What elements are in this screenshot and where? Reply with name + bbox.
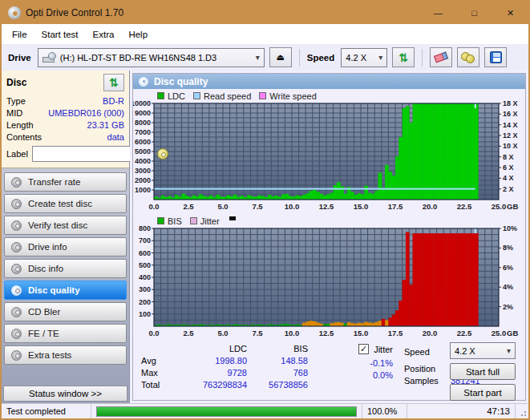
toolbar-separator <box>422 49 423 67</box>
svg-text:12.5: 12.5 <box>319 329 334 337</box>
sidebar-item-create-test-disc[interactable]: Create test disc <box>4 194 127 213</box>
svg-text:500: 500 <box>139 261 151 269</box>
total-row-label: Total <box>141 380 173 390</box>
disc-length-label: Length <box>6 120 34 130</box>
svg-text:700: 700 <box>139 236 151 244</box>
disc-utilities-button[interactable] <box>457 47 479 67</box>
start-part-button[interactable]: Start part <box>450 384 516 401</box>
drive-select[interactable]: (H:) HL-DT-ST BD-RE WH16NS48 1.D3 ▾ <box>38 48 265 67</box>
sidebar-item-verify-test-disc[interactable]: Verify test disc <box>4 216 127 235</box>
disc-length-value: 23.31 GB <box>87 120 124 130</box>
sidebar-item-label: Disc info <box>28 264 63 273</box>
sidebar-item-disc-info[interactable]: Disc info <box>4 259 127 278</box>
status-window-button[interactable]: Status window >> <box>3 386 127 402</box>
svg-text:6 X: 6 X <box>503 164 514 172</box>
erase-disc-button[interactable] <box>430 47 452 67</box>
bis-total-value: 56738856 <box>247 380 308 390</box>
refresh-icon: ⇅ <box>399 52 408 63</box>
toolbar-separator <box>299 49 300 67</box>
maximize-button[interactable]: □ <box>456 2 492 24</box>
menu-start-test[interactable]: Start test <box>34 27 86 42</box>
position-marker-icon <box>229 216 236 220</box>
menu-extra[interactable]: Extra <box>86 27 122 42</box>
progress-percent: 100.0% <box>362 404 407 418</box>
svg-text:18 X: 18 X <box>503 101 518 107</box>
resize-grip[interactable] <box>516 404 528 418</box>
scan-controls: 4.2 X ▾ Start full Start part <box>450 342 516 401</box>
sidebar-item-cd-bler[interactable]: CD Bler <box>4 302 127 321</box>
disc-icon <box>11 350 22 361</box>
stats-table: LDC BIS Avg 1998.80 148.58 Max 9728 768 … <box>141 344 308 390</box>
close-button[interactable]: ✕ <box>492 2 528 24</box>
menu-file[interactable]: File <box>5 27 34 42</box>
disc-icon <box>11 220 22 231</box>
svg-text:22.5: 22.5 <box>457 329 472 337</box>
svg-text:17.5: 17.5 <box>388 202 403 211</box>
disc-icon <box>11 242 22 252</box>
max-row-label: Max <box>141 368 173 378</box>
disc-info-panel: Disc ⇅ TypeBD-R MIDUMEBDR016 (000) Lengt… <box>2 71 129 168</box>
refresh-drives-button[interactable]: ⇅ <box>392 47 415 67</box>
disc-contents-label: Contents <box>6 132 42 142</box>
read-speed-legend-swatch <box>193 92 200 99</box>
svg-text:1000: 1000 <box>135 186 151 194</box>
jitter-legend-label: Jitter <box>200 216 220 226</box>
disc-icon <box>11 264 22 274</box>
svg-text:20.0: 20.0 <box>423 202 438 211</box>
page-title: Disc quality <box>154 76 208 87</box>
sidebar-item-drive-info[interactable]: Drive info <box>4 237 127 256</box>
disc-label-label: Label <box>6 149 28 159</box>
jitter-avg-value: -0.1% <box>319 357 393 369</box>
drive-label: Drive <box>8 53 31 63</box>
bis-chart-block: BIS Jitter 1002003004005006007008002%4%6… <box>133 214 525 341</box>
svg-text:7.5: 7.5 <box>252 329 263 337</box>
refresh-disc-button[interactable]: ⇅ <box>103 74 124 91</box>
minimize-button[interactable]: — <box>420 2 456 24</box>
eject-button[interactable]: ⏏ <box>269 47 292 67</box>
bis-legend-swatch <box>157 217 164 224</box>
menubar: File Start test Extra Help <box>2 24 528 44</box>
avg-row-label: Avg <box>141 356 173 365</box>
start-full-button[interactable]: Start full <box>450 363 516 380</box>
svg-text:2%: 2% <box>503 303 513 311</box>
svg-text:GB: GB <box>507 329 518 337</box>
svg-text:5.0: 5.0 <box>217 202 228 211</box>
elapsed-time: 47:13 <box>407 404 516 418</box>
sidebar-item-transfer-rate[interactable]: Transfer rate <box>4 172 127 192</box>
svg-text:20.0: 20.0 <box>423 329 438 337</box>
sidebar-item-label: Drive info <box>28 242 67 252</box>
svg-text:3000: 3000 <box>135 167 151 175</box>
disc-icon <box>11 329 22 339</box>
save-button[interactable] <box>484 47 507 67</box>
sidebar: Disc ⇅ TypeBD-R MIDUMEBDR016 (000) Lengt… <box>2 71 130 403</box>
svg-text:22.5: 22.5 <box>457 202 472 211</box>
svg-text:10000: 10000 <box>133 101 151 107</box>
sidebar-item-label: CD Bler <box>28 307 60 317</box>
eject-icon: ⏏ <box>277 52 285 63</box>
jitter-max-value: 0.0% <box>319 369 393 381</box>
svg-text:8000: 8000 <box>135 119 151 127</box>
svg-text:25.0: 25.0 <box>492 329 507 337</box>
ldc-legend-swatch <box>157 92 164 99</box>
discs-icon <box>461 52 475 63</box>
ldc-legend-label: LDC <box>168 91 185 101</box>
eraser-icon <box>434 52 448 63</box>
disc-icon <box>157 148 168 160</box>
sidebar-item-label: Create test disc <box>28 199 92 208</box>
sidebar-item-fe-te[interactable]: FE / TE <box>4 324 127 343</box>
jitter-checkbox[interactable]: ✓ <box>358 344 369 354</box>
speed-select[interactable]: 4.2 X ▾ <box>341 48 387 67</box>
sidebar-item-extra-tests[interactable]: Extra tests <box>4 345 127 365</box>
sidebar-item-disc-quality[interactable]: Disc quality <box>4 281 127 300</box>
chevron-down-icon: ▾ <box>507 346 511 355</box>
ldc-total-value: 763298834 <box>173 380 247 390</box>
ldc-chart-block: LDC Read speed Write speed 1000200030004… <box>133 89 525 214</box>
scan-speed-select[interactable]: 4.2 X ▾ <box>450 342 516 359</box>
menu-help[interactable]: Help <box>121 27 155 42</box>
svg-text:2.5: 2.5 <box>183 329 194 337</box>
disc-icon <box>11 177 22 188</box>
speed-label: Speed <box>307 53 335 63</box>
floppy-save-icon <box>490 51 502 63</box>
disc-icon <box>11 285 22 296</box>
disc-panel-title: Disc <box>6 77 26 88</box>
